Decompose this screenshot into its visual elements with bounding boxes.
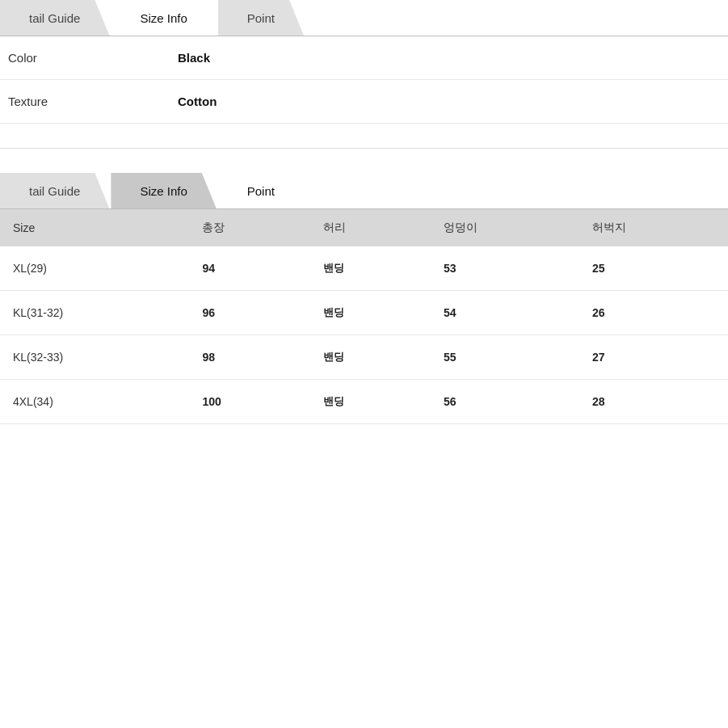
tab-point-top[interactable]: Point — [218, 0, 304, 36]
top-section: tail Guide Size Info Point Color Black T… — [0, 0, 728, 149]
size-cell-name: XL(29) — [0, 246, 189, 291]
size-table-header-row: Size 총장 허리 엉덩이 허벅지 — [0, 209, 728, 246]
header-total-length: 총장 — [189, 209, 309, 246]
size-table-row: 4XL(34)100밴딩5628 — [0, 380, 728, 424]
table-row: Texture Cotton — [0, 80, 728, 124]
texture-label: Texture — [0, 80, 162, 124]
size-cell-hip: 53 — [431, 246, 579, 291]
header-thigh: 허벅지 — [579, 209, 728, 246]
size-table: Size 총장 허리 엉덩이 허벅지 XL(29)94밴딩5325KL(31-3… — [0, 209, 728, 424]
header-size: Size — [0, 209, 189, 246]
size-cell-waist: 밴딩 — [310, 291, 431, 335]
size-cell-name: KL(31-32) — [0, 291, 189, 335]
header-waist: 허리 — [310, 209, 431, 246]
size-cell-name: KL(32-33) — [0, 335, 189, 380]
tab-size-info-bot[interactable]: Size Info — [111, 173, 216, 208]
texture-value: Cotton — [162, 80, 728, 124]
size-cell-hip: 56 — [431, 380, 579, 424]
size-table-row: KL(32-33)98밴딩5527 — [0, 335, 728, 380]
size-cell-hip: 55 — [431, 335, 579, 380]
color-label: Color — [0, 36, 162, 80]
size-cell-thigh: 25 — [579, 246, 728, 291]
table-row: Color Black — [0, 36, 728, 80]
page-container: tail Guide Size Info Point Color Black T… — [0, 0, 728, 424]
size-cell-thigh: 27 — [579, 335, 728, 380]
size-cell-thigh: 28 — [579, 380, 728, 424]
tab-detail-guide-top[interactable]: tail Guide — [0, 0, 109, 36]
size-cell-thigh: 26 — [579, 291, 728, 335]
header-hip: 엉덩이 — [431, 209, 579, 246]
tab-size-info-top[interactable]: Size Info — [111, 0, 216, 36]
size-cell-length: 98 — [189, 335, 309, 380]
top-tab-row: tail Guide Size Info Point — [0, 0, 728, 36]
size-cell-waist: 밴딩 — [310, 335, 431, 380]
bottom-tab-row: tail Guide Size Info Point — [0, 173, 728, 209]
color-value: Black — [162, 36, 728, 80]
tab-point-bot[interactable]: Point — [218, 173, 304, 208]
size-cell-name: 4XL(34) — [0, 380, 189, 424]
info-table: Color Black Texture Cotton — [0, 36, 728, 124]
bottom-section: tail Guide Size Info Point Size 총장 허리 엉덩… — [0, 149, 728, 424]
size-cell-length: 96 — [189, 291, 309, 335]
size-table-row: KL(31-32)96밴딩5426 — [0, 291, 728, 335]
size-cell-length: 100 — [189, 380, 309, 424]
size-cell-waist: 밴딩 — [310, 246, 431, 291]
size-cell-length: 94 — [189, 246, 309, 291]
size-table-row: XL(29)94밴딩5325 — [0, 246, 728, 291]
size-cell-hip: 54 — [431, 291, 579, 335]
size-cell-waist: 밴딩 — [310, 380, 431, 424]
tab-detail-guide-bot[interactable]: tail Guide — [0, 173, 109, 208]
